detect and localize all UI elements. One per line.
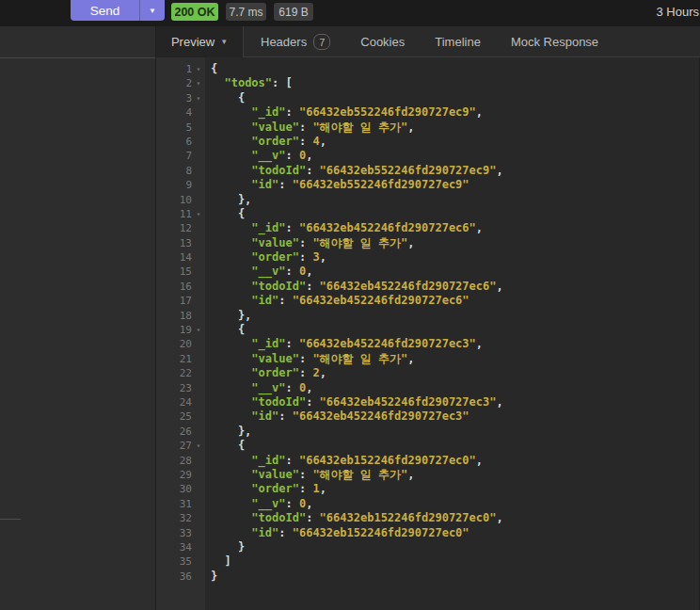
gutter-line: 16 — [156, 280, 205, 294]
code-line: "order": 2, — [211, 366, 700, 380]
code-line: "todoId": "66432eb452246fd290727ec6", — [211, 280, 700, 294]
code-line: { — [211, 62, 700, 76]
chevron-down-icon[interactable]: ▼ — [220, 38, 228, 46]
fold-icon[interactable]: ▾ — [192, 76, 205, 90]
code-line: { — [211, 439, 700, 453]
line-number: 4 — [185, 105, 192, 120]
line-number: 17 — [180, 294, 192, 308]
response-history-button[interactable]: 3 Hours — [656, 0, 699, 23]
response-size-badge: 619 B — [274, 3, 313, 21]
tab-cookies[interactable]: Cookies — [360, 35, 405, 49]
gutter-line: 26 — [156, 425, 205, 439]
gutter-line: 9 — [156, 178, 205, 192]
gutter-line: 36 — [156, 570, 205, 584]
gutter-line: 4 — [156, 105, 205, 120]
line-number: 31 — [180, 497, 192, 511]
fold-icon[interactable]: ▾ — [192, 323, 205, 337]
gutter-line: 11▾ — [156, 207, 205, 221]
response-tabs: Preview ▼ Headers 7 Cookies Timeline Moc… — [156, 26, 700, 57]
headers-count-badge: 7 — [313, 34, 330, 50]
line-number: 6 — [185, 135, 192, 149]
gutter-line: 14 — [156, 250, 205, 265]
line-number: 12 — [180, 221, 192, 235]
gutter-line: 15 — [156, 265, 205, 279]
code-lines: { "todos": [ { "_id": "66432eb552246fd29… — [205, 57, 700, 610]
line-number: 21 — [180, 352, 192, 366]
code-line: { — [211, 207, 700, 221]
gutter-line: 10 — [156, 193, 205, 207]
tab-mock-response[interactable]: Mock Response — [511, 35, 598, 49]
code-line: "order": 4, — [211, 135, 700, 149]
gutter-line: 24 — [156, 395, 205, 409]
gutter-line: 23 — [156, 381, 205, 395]
tab-headers[interactable]: Headers 7 — [261, 34, 330, 50]
gutter-line: 6 — [156, 135, 205, 149]
fold-icon[interactable]: ▾ — [192, 62, 205, 76]
api-client-window: Send ▼ 200 OK 7.7 ms 619 B 3 Hours Previ… — [0, 0, 700, 610]
code-line: } — [211, 540, 700, 554]
line-number: 1 — [185, 62, 192, 76]
fold-icon[interactable]: ▾ — [192, 207, 205, 221]
line-number: 33 — [180, 526, 192, 540]
gutter-line: 2▾ — [156, 76, 205, 90]
line-number: 9 — [185, 178, 192, 192]
code-line: "_id": "66432eb152246fd290727ec0", — [211, 454, 700, 468]
code-line: { — [211, 91, 700, 105]
code-line: "_id": "66432eb552246fd290727ec9", — [211, 105, 700, 120]
code-line: "_id": "66432eb452246fd290727ec3", — [211, 337, 700, 351]
code-line: "id": "66432eb152246fd290727ec0" — [211, 526, 700, 540]
json-preview-editor[interactable]: 1▾2▾3▾4567891011▾1213141516171819▾202122… — [156, 57, 700, 610]
code-line: "__v": 0, — [211, 265, 700, 279]
code-line: "__v": 0, — [211, 381, 700, 395]
gutter-line: 5 — [156, 120, 205, 135]
line-number: 10 — [180, 193, 192, 207]
gutter: 1▾2▾3▾4567891011▾1213141516171819▾202122… — [156, 57, 205, 610]
gutter-line: 25 — [156, 409, 205, 424]
fold-icon[interactable]: ▾ — [192, 91, 205, 105]
fold-icon[interactable]: ▾ — [192, 439, 205, 453]
gutter-line: 22 — [156, 366, 205, 380]
code-line: "_id": "66432eb452246fd290727ec6", — [211, 221, 700, 235]
tab-timeline[interactable]: Timeline — [435, 35, 481, 49]
status-badge: 200 OK — [171, 3, 218, 21]
code-line: }, — [211, 425, 700, 439]
gutter-line: 12 — [156, 221, 205, 235]
code-line: "todoId": "66432eb152246fd290727ec0", — [211, 511, 700, 525]
line-number: 5 — [185, 120, 192, 135]
top-bar: Send ▼ 200 OK 7.7 ms 619 B 3 Hours — [0, 0, 700, 26]
request-panel-divider — [0, 57, 155, 58]
gutter-line: 20 — [156, 337, 205, 351]
line-number: 24 — [180, 395, 192, 409]
code-line: "id": "66432eb452246fd290727ec3" — [211, 409, 700, 424]
line-number: 2 — [185, 76, 192, 90]
gutter-line: 3▾ — [156, 91, 205, 105]
line-number: 13 — [180, 236, 192, 250]
code-line: "value": "해야할 일 추가", — [211, 120, 700, 135]
code-line: ] — [211, 554, 700, 569]
line-number: 34 — [180, 540, 192, 554]
line-number: 26 — [180, 425, 192, 439]
gutter-line: 28 — [156, 454, 205, 468]
code-line: }, — [211, 193, 700, 207]
line-number: 28 — [180, 454, 192, 468]
tab-headers-label: Headers — [261, 35, 307, 49]
gutter-line: 13 — [156, 236, 205, 250]
response-pane: Preview ▼ Headers 7 Cookies Timeline Moc… — [156, 26, 700, 610]
gutter-line: 1▾ — [156, 62, 205, 76]
code-line: "todoId": "66432eb452246fd290727ec3", — [211, 395, 700, 409]
tab-preview[interactable]: Preview ▼ — [156, 26, 244, 57]
tab-preview-label: Preview — [171, 35, 215, 49]
line-number: 35 — [180, 554, 192, 569]
send-button-label[interactable]: Send — [71, 0, 139, 21]
line-number: 3 — [185, 91, 192, 105]
gutter-line: 29 — [156, 468, 205, 482]
send-button[interactable]: Send ▼ — [71, 0, 165, 21]
code-line: "__v": 0, — [211, 497, 700, 511]
chevron-down-icon[interactable]: ▼ — [140, 0, 165, 21]
line-number: 15 — [180, 265, 192, 279]
gutter-line: 27▾ — [156, 439, 205, 453]
line-number: 27 — [180, 439, 192, 453]
line-number: 22 — [180, 366, 192, 380]
line-number: 11 — [180, 207, 192, 221]
gutter-line: 21 — [156, 352, 205, 366]
